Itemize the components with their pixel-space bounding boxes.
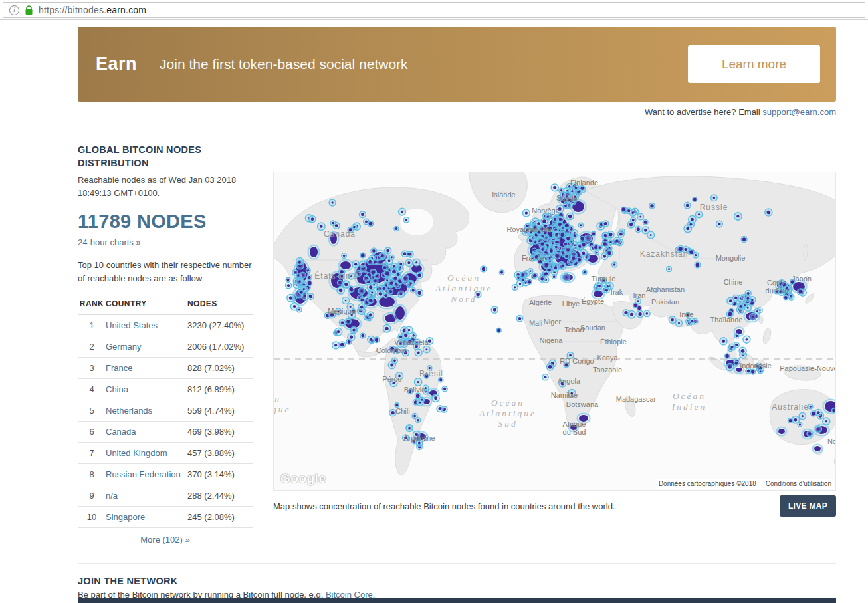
map-label: Russie — [700, 203, 728, 212]
terms-of-use-link[interactable]: Conditions d'utilisation — [766, 480, 831, 487]
advertise-row: Want to advertise here? Email support@ea… — [78, 107, 836, 117]
map-label: Norvège — [532, 207, 560, 215]
node-count: 11789 NODES — [78, 211, 253, 233]
top10-description: Top 10 countries with their respective n… — [78, 259, 253, 285]
map-label: Argentine — [403, 434, 435, 442]
country-link[interactable]: Singapore — [106, 512, 145, 522]
join-title: JOIN THE NETWORK — [78, 576, 836, 586]
map-label: Chine — [724, 278, 743, 286]
timestamp-text: Reachable nodes as of Wed Jan 03 2018 18… — [78, 174, 253, 200]
map-label: Pérou — [382, 375, 401, 383]
nodes-header: NODES — [187, 293, 253, 315]
nodes-cell: 559 (4.74%) — [187, 400, 253, 422]
map-label: Kazakhstan — [640, 249, 689, 259]
nodes-cell: 2006 (17.02%) — [187, 336, 253, 358]
map-label: Kenya — [597, 354, 618, 362]
map-label: France — [522, 254, 544, 262]
map-label: Afghanistan — [646, 285, 685, 293]
ssl-lock-icon[interactable] — [25, 5, 33, 15]
map-label: Botswana — [566, 400, 599, 408]
earn-logo: Earn — [96, 54, 137, 74]
rank-cell: 4 — [78, 379, 106, 400]
footer-bar — [78, 598, 836, 603]
map-label: Égypte — [582, 297, 604, 305]
map-label: Mali — [529, 319, 542, 327]
map-data-credit: Données cartographiques ©2018 — [659, 480, 756, 487]
page-info-icon[interactable]: i — [9, 5, 19, 15]
map-canvas: CanadaÉtats-UnisMexiqueIslandeNorvègeRoy… — [274, 172, 836, 491]
map-label: Canada — [324, 229, 356, 239]
country-link[interactable]: Germany — [106, 342, 141, 352]
map-label: Pakistan — [651, 298, 679, 306]
rank-cell: 6 — [78, 422, 106, 443]
live-map-button[interactable]: LIVE MAP — [780, 495, 836, 517]
support-email-link[interactable]: support@earn.com — [762, 107, 836, 117]
table-row: 3France828 (7.02%) — [78, 358, 253, 379]
country-header: COUNTRY — [106, 293, 187, 315]
banner-headline: Join the first token-based social networ… — [160, 57, 408, 72]
map-label: Papouasie-Nouvelle-Guinée — [780, 364, 836, 372]
rank-cell: 2 — [78, 336, 106, 358]
join-network-section: JOIN THE NETWORK Be part of the Bitcoin … — [78, 563, 836, 603]
world-map[interactable]: CanadaÉtats-UnisMexiqueIslandeNorvègeRoy… — [273, 172, 836, 491]
country-link[interactable]: Netherlands — [106, 406, 152, 416]
earn-ad-banner[interactable]: Earn Join the first token-based social n… — [78, 27, 836, 102]
country-link[interactable]: n/a — [106, 491, 118, 501]
google-logo[interactable]: Google — [280, 471, 326, 486]
map-label: Indonésie — [740, 362, 772, 370]
map-label: Mexique — [328, 307, 356, 315]
url-text[interactable]: https://bitnodes.earn.com — [39, 5, 146, 15]
country-link[interactable]: China — [106, 384, 128, 394]
table-row: 5Netherlands559 (4.74%) — [78, 400, 253, 422]
country-link[interactable]: Russian Federation — [106, 469, 181, 479]
map-caption: Map shows concentration of reachable Bit… — [273, 501, 615, 511]
map-label: Irak — [611, 288, 623, 296]
page-title: GLOBAL BITCOIN NODES DISTRIBUTION — [78, 144, 253, 170]
nodes-cell: 288 (2.44%) — [187, 485, 253, 507]
table-row: 4China812 (6.89%) — [78, 379, 253, 400]
country-link[interactable]: France — [106, 363, 132, 373]
nodes-cell: 469 (3.98%) — [187, 422, 253, 443]
map-label: Namibie — [551, 391, 578, 399]
map-label: Colombie — [376, 346, 407, 354]
country-link[interactable]: Canada — [106, 427, 136, 437]
table-row: 8Russian Federation370 (3.14%) — [78, 464, 253, 485]
map-label: OcéanAtlantiqueNord — [435, 273, 492, 304]
map-label: RD Congo — [560, 357, 594, 365]
more-countries-link[interactable]: More (102) » — [78, 535, 253, 544]
table-row: 1United States3230 (27.40%) — [78, 315, 253, 336]
map-label: OcéanPacifiqueSud — [274, 394, 290, 425]
map-label: Angola — [558, 377, 581, 385]
nodes-cell: 245 (2.08%) — [187, 507, 253, 528]
map-label: Libye — [562, 300, 580, 308]
map-label: Venezuela — [394, 338, 429, 346]
table-row: 6Canada469 (3.98%) — [78, 422, 253, 443]
table-header-row: RANK COUNTRY NODES — [78, 293, 253, 315]
map-attribution: Données cartographiques ©2018 Conditions… — [656, 479, 834, 489]
charts-link[interactable]: 24-hour charts » — [78, 237, 141, 247]
map-label: Suède — [556, 194, 578, 202]
map-label: Coréedu Sud — [766, 279, 789, 295]
map-label: Madagascar — [616, 395, 657, 403]
rank-cell: 9 — [78, 485, 106, 507]
table-row: 7United Kingdom457 (3.88%) — [78, 443, 253, 464]
country-link[interactable]: United Kingdom — [106, 448, 167, 458]
map-label: OcéanAtlantiqueSud — [479, 398, 536, 429]
table-row: 9n/a288 (2.44%) — [78, 485, 253, 507]
map-label: Inde — [679, 310, 693, 318]
map-label: Chili — [395, 407, 409, 415]
rank-cell: 3 — [78, 358, 106, 379]
map-label: Éthiopie — [600, 338, 627, 346]
map-label: Afriquedu Sud — [563, 420, 586, 436]
map-label: Australie — [772, 402, 809, 412]
map-label: Soudan — [580, 324, 605, 332]
advertise-text: Want to advertise here? Email — [645, 107, 762, 117]
country-link[interactable]: United States — [106, 320, 158, 330]
address-bar[interactable]: i https://bitnodes.earn.com — [3, 2, 865, 18]
nodes-cell: 3230 (27.40%) — [187, 315, 253, 336]
map-label: Finlande — [570, 179, 598, 187]
map-label: Mongolie — [716, 254, 746, 262]
map-label: Thaïlande — [710, 316, 743, 324]
nodes-cell: 828 (7.02%) — [187, 358, 253, 379]
learn-more-button[interactable]: Learn more — [688, 45, 820, 83]
